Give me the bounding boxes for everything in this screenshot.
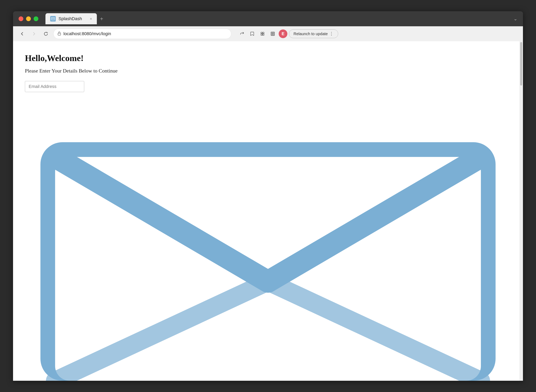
svg-rect-5 bbox=[263, 34, 264, 35]
svg-rect-1 bbox=[58, 33, 61, 35]
address-domain: localhost:8080 bbox=[63, 31, 91, 36]
page-subtitle: Please Enter Your Details Below to Conti… bbox=[25, 68, 511, 74]
extensions-button[interactable] bbox=[258, 29, 267, 38]
nav-actions: E Relaunch to update ⋮ bbox=[238, 29, 338, 38]
bookmark-button[interactable] bbox=[248, 29, 257, 38]
title-bar: SplashDash × + ⌄ bbox=[13, 11, 523, 26]
scrollbar[interactable] bbox=[519, 41, 523, 381]
forward-button[interactable] bbox=[30, 29, 38, 38]
page-title: Hello,Welcome! bbox=[25, 53, 511, 63]
share-button[interactable] bbox=[238, 29, 246, 38]
page-content: Hello,Welcome! Please Enter Your Details… bbox=[13, 41, 523, 381]
tab-close-button[interactable]: × bbox=[90, 17, 92, 21]
tab-favicon bbox=[50, 16, 56, 22]
traffic-lights bbox=[19, 16, 38, 21]
active-tab[interactable]: SplashDash × bbox=[45, 13, 97, 24]
email-input[interactable] bbox=[25, 81, 84, 92]
address-bar[interactable]: localhost:8080/mvc/login bbox=[53, 29, 231, 39]
svg-rect-7 bbox=[272, 33, 273, 34]
svg-rect-2 bbox=[261, 32, 262, 34]
browser-window: SplashDash × + ⌄ bbox=[13, 11, 523, 381]
lock-icon bbox=[57, 31, 61, 36]
close-traffic-light[interactable] bbox=[19, 16, 23, 21]
new-tab-button[interactable]: + bbox=[99, 14, 105, 23]
address-path: /mvc/login bbox=[91, 31, 111, 36]
svg-rect-10 bbox=[273, 34, 274, 35]
tab-title: SplashDash bbox=[58, 16, 82, 21]
nav-bar: localhost:8080/mvc/login bbox=[13, 26, 523, 41]
svg-rect-3 bbox=[263, 32, 264, 34]
svg-rect-4 bbox=[261, 34, 262, 35]
reload-button[interactable] bbox=[42, 29, 50, 38]
svg-rect-9 bbox=[272, 34, 273, 35]
dots-icon: ⋮ bbox=[329, 31, 334, 36]
tab-list-button[interactable]: ⌄ bbox=[513, 16, 517, 22]
minimize-traffic-light[interactable] bbox=[26, 16, 31, 21]
relaunch-button[interactable]: Relaunch to update ⋮ bbox=[289, 29, 338, 38]
tab-overview-button[interactable] bbox=[268, 29, 277, 38]
page-inner: Hello,Welcome! Please Enter Your Details… bbox=[13, 41, 523, 92]
svg-rect-8 bbox=[273, 33, 274, 34]
relaunch-label: Relaunch to update bbox=[293, 32, 328, 36]
maximize-traffic-light[interactable] bbox=[34, 16, 38, 21]
address-text: localhost:8080/mvc/login bbox=[63, 31, 111, 36]
back-button[interactable] bbox=[18, 29, 27, 38]
profile-button[interactable]: E bbox=[279, 29, 287, 38]
tab-bar: SplashDash × + bbox=[45, 13, 510, 24]
email-illustration bbox=[13, 124, 523, 381]
